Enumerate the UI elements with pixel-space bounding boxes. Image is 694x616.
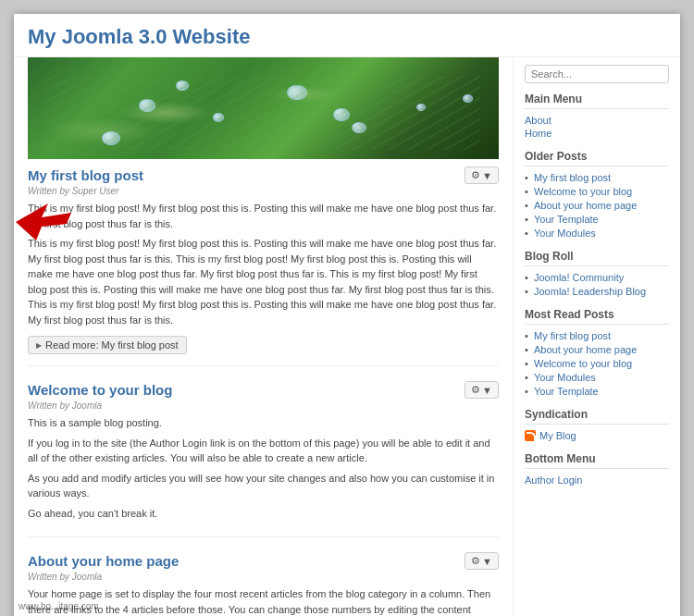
watermark: www.ho...itage.com [19,601,99,611]
older-post-5[interactable]: Your Modules [525,228,669,239]
older-post-4[interactable]: Your Template [525,214,669,225]
article-2-header: Welcome to your blog ⚙ ▼ [28,374,499,400]
article-2-body: This is a sample blog posting. If you lo… [28,415,499,521]
article-1-read-more[interactable]: Read more: My first blog post [28,336,187,354]
older-post-1[interactable]: My first blog post [525,172,669,183]
gear-dropdown-icon: ▼ [482,556,492,567]
article-3-author: Written by Joomla [28,572,499,582]
article-1-gear-button[interactable]: ⚙ ▼ [465,166,499,184]
blogroll-2[interactable]: Joomla! Leadership Blog [525,286,669,297]
bottom-menu-title: Bottom Menu [525,452,669,469]
red-arrow [16,203,71,243]
older-post-3[interactable]: About your home page [525,200,669,211]
gear-dropdown-icon: ▼ [482,385,492,396]
gear-dropdown-icon: ▼ [482,170,492,181]
sidebar-blogroll: Blog Roll Joomla! Community Joomla! Lead… [525,250,669,297]
older-posts-list: My first blog post Welcome to your blog … [525,172,669,239]
sidebar-link-about[interactable]: About [525,115,669,126]
water-drop [102,131,120,145]
article-1: My first blog post ⚙ ▼ Written by Super … [28,159,499,366]
gear-icon: ⚙ [471,555,480,567]
article-2-author: Written by Joomla [28,400,499,411]
syndication-title: Syndication [525,408,669,425]
article-2-title[interactable]: Welcome to your blog [28,382,172,398]
svg-marker-0 [16,203,71,240]
blogroll-1[interactable]: Joomla! Community [525,272,669,283]
blogroll-title: Blog Roll [525,250,669,266]
article-3-title[interactable]: About your home page [28,553,179,569]
water-drop [139,99,155,112]
sidebar-syndication: Syndication My Blog [525,408,669,441]
outer-wrapper: My Joomla 3.0 Website [0,0,694,616]
water-drop [287,85,307,100]
sidebar-bottom-menu: Bottom Menu Author Login [525,452,669,486]
older-post-2[interactable]: Welcome to your blog [525,186,669,197]
most-read-5[interactable]: Your Template [525,386,669,397]
main-menu-title: Main Menu [525,92,669,109]
gear-icon: ⚙ [471,169,480,181]
article-3-gear-button[interactable]: ⚙ ▼ [465,552,499,570]
author-login-link[interactable]: Author Login [525,474,669,486]
most-read-3[interactable]: Welcome to your blog [525,358,669,369]
blogroll-list: Joomla! Community Joomla! Leadership Blo… [525,272,669,297]
water-drop [333,108,350,121]
most-read-4[interactable]: Your Modules [525,372,669,383]
syndication-link[interactable]: My Blog [539,430,576,441]
article-1-header: My first blog post ⚙ ▼ [28,159,499,186]
main-content: My first blog post ⚙ ▼ Written by Super … [14,57,514,616]
sidebar-most-read: Most Read Posts My first blog post About… [525,308,669,397]
article-1-title[interactable]: My first blog post [28,167,143,183]
most-read-1[interactable]: My first blog post [525,330,669,341]
article-3-header: About your home page ⚙ ▼ [28,545,499,572]
rss-icon [525,430,536,441]
gear-icon: ⚙ [471,384,480,396]
hero-image [28,57,499,159]
sidebar-older-posts: Older Posts My first blog post Welcome t… [525,150,669,239]
water-drop [352,122,366,133]
site-body: My first blog post ⚙ ▼ Written by Super … [14,57,680,616]
sidebar: Main Menu About Home Older Posts My firs… [514,57,680,616]
water-drop [463,94,473,103]
older-posts-title: Older Posts [525,150,669,166]
site-header: My Joomla 3.0 Website [14,14,680,57]
article-2-gear-button[interactable]: ⚙ ▼ [465,381,499,399]
sidebar-main-menu: Main Menu About Home [525,92,669,139]
search-input[interactable] [525,65,669,83]
most-read-title: Most Read Posts [525,308,669,325]
syndication-item: My Blog [525,430,669,441]
water-drop [213,113,224,122]
article-1-author: Written by Super User [28,186,499,196]
water-drop [416,104,426,111]
article-2: Welcome to your blog ⚙ ▼ Written by Joom… [28,374,499,537]
water-drop [176,80,189,91]
sidebar-link-home[interactable]: Home [525,128,669,139]
site-title: My Joomla 3.0 Website [28,25,666,49]
most-read-2[interactable]: About your home page [525,344,669,355]
most-read-list: My first blog post About your home page … [525,330,669,397]
article-1-body: This is my first blog post! My first blo… [28,201,499,327]
site-container: My Joomla 3.0 Website [14,14,680,616]
